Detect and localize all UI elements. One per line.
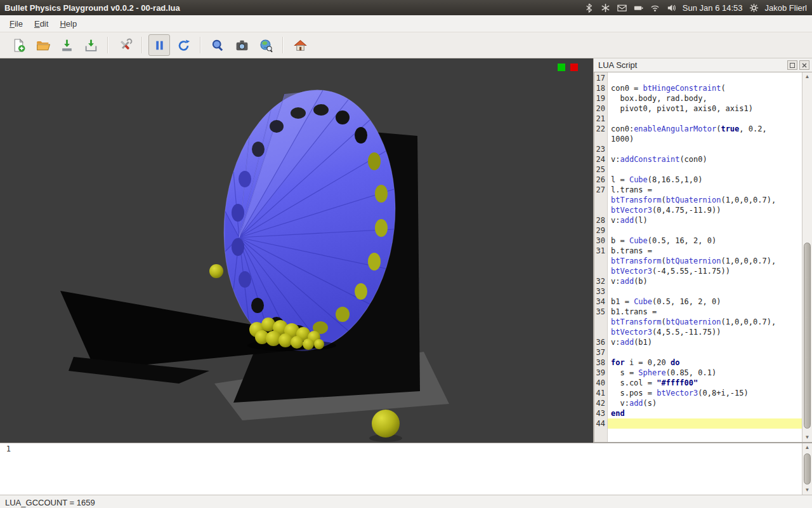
code-row: 33 [594,286,802,297]
code-row: 21 [594,114,802,124]
window-title: Bullet Physics Playground v0.0.2 - 00-ra… [0,3,180,13]
browser-button[interactable] [255,34,277,56]
code-row: 41 s.pos = btVector3(0,8+i,-15) [594,388,802,398]
line-number: 44 [594,418,608,429]
new-file-button[interactable] [8,34,29,56]
line-number: 25 [594,164,608,175]
scrollbar-thumb[interactable] [804,243,811,429]
menu-item-help[interactable]: Help [54,17,82,31]
screenshot-button[interactable] [231,34,252,56]
input-method-icon[interactable] [600,3,611,13]
toolbar-separator [107,37,108,53]
open-file-button[interactable] [32,34,53,56]
line-number: 1 [0,444,13,454]
code-row: 42 v:add(s) [594,398,802,408]
code-line: con0 = btHingeConstraint( [608,83,802,93]
code-row: 24v:addConstraint(con0) [594,154,802,164]
code-line [608,418,802,429]
line-number: 19 [594,93,608,104]
code-line [608,347,802,358]
float-button[interactable] [787,60,797,70]
line-number: 24 [594,154,608,164]
code-row: 34b1 = Cube(0.5, 16, 2, 0) [594,297,802,307]
code-row: btVector3(-4,5.55,-11.75)) [594,266,802,276]
scroll-up-icon[interactable]: ▲ [802,443,812,452]
reload-button[interactable] [173,34,194,56]
scroll-down-icon[interactable]: ▼ [802,486,812,495]
code-row: 35b1.trans = [594,307,802,317]
tools-button[interactable] [114,34,136,56]
scroll-up-icon[interactable]: ▲ [802,72,812,81]
home-button[interactable] [289,34,311,56]
lua-code-editor[interactable]: 1718con0 = btHingeConstraint(19 box.body… [594,72,812,443]
code-row: 43end [594,408,802,418]
system-panel: Bullet Physics Playground v0.0.2 - 00-ra… [0,0,812,15]
dock-title: LUA Script [598,60,785,70]
menu-item-file[interactable]: File [4,17,29,31]
code-line [13,444,802,454]
line-number [594,266,608,276]
wifi-icon[interactable] [650,3,660,13]
pause-button[interactable] [148,34,170,56]
scroll-down-icon[interactable]: ▼ [802,433,812,442]
viewport-canvas[interactable] [0,58,593,443]
find-button[interactable] [207,34,228,56]
line-number: 21 [594,114,608,124]
code-row: 22con0:enableAngularMotor(true, 0.2, [594,124,802,134]
code-row: 40 s.col = "#ffff00" [594,378,802,388]
username[interactable]: Jakob Flierl [765,3,807,13]
code-row: 37 [594,347,802,358]
line-number: 29 [594,225,608,236]
line-number: 31 [594,246,608,256]
code-line: btTransform(btQuaternion(1,0,0,0.7), [608,317,802,327]
code-line: s.col = "#ffff00" [608,378,802,388]
code-line: btVector3(-4,5.55,-11.75)) [608,266,802,276]
mail-icon[interactable] [617,3,627,13]
code-line: v:addConstraint(con0) [608,154,802,164]
editor-scrollbar[interactable]: ▲ ▼ [802,72,812,442]
code-row: 44 [594,418,802,429]
physics-viewport[interactable] [0,58,593,443]
code-line: l.trans = [608,185,802,195]
stopped-indicator[interactable] [570,64,578,71]
bluetooth-icon[interactable] [584,3,594,13]
code-line: con0:enableAngularMotor(true, 0.2, [608,124,802,134]
line-number: 37 [594,347,608,358]
line-number: 30 [594,236,608,246]
line-number [594,327,608,337]
battery-icon[interactable] [633,3,644,13]
line-number: 28 [594,215,608,225]
main-area: LUA Script 1718con0 = btHingeConstraint(… [0,58,812,443]
running-indicator[interactable] [558,64,565,71]
line-number: 38 [594,358,608,368]
scrollbar-thumb[interactable] [804,453,811,485]
code-row: 19 box.body, rad.body, [594,93,802,104]
code-row: 1 [0,444,802,454]
code-line: s.pos = btVector3(0,8+i,-15) [608,388,802,398]
volume-icon[interactable] [666,3,677,13]
session-gear-icon[interactable] [749,3,759,13]
code-row: 26l = Cube(8,16.5,1,0) [594,175,802,185]
code-line: v:add(l) [608,215,802,225]
code-row: btTransform(btQuaternion(1,0,0,0.7), [594,317,802,327]
line-number: 40 [594,378,608,388]
save-all-button[interactable] [80,34,102,56]
line-number: 36 [594,337,608,347]
line-number: 42 [594,398,608,408]
code-line: btTransform(btQuaternion(1,0,0,0.7), [608,256,802,266]
clock[interactable]: Sun Jan 6 14:53 [683,3,743,13]
save-button[interactable] [56,34,77,56]
close-button[interactable] [799,60,809,70]
code-line [608,114,802,124]
line-number: 34 [594,297,608,307]
code-row: 1000) [594,134,802,144]
code-row: btTransform(btQuaternion(1,0,0,0.7), [594,195,802,205]
console-rows: 1 [0,444,802,454]
line-number [594,134,608,144]
output-console[interactable]: 1 ▲ ▼ [0,443,812,495]
console-scrollbar[interactable]: ▲ ▼ [802,443,812,495]
toolbar-separator [200,37,201,53]
code-line: box.body, rad.body, [608,93,802,104]
menu-item-edit[interactable]: Edit [29,17,54,31]
line-number [594,317,608,327]
